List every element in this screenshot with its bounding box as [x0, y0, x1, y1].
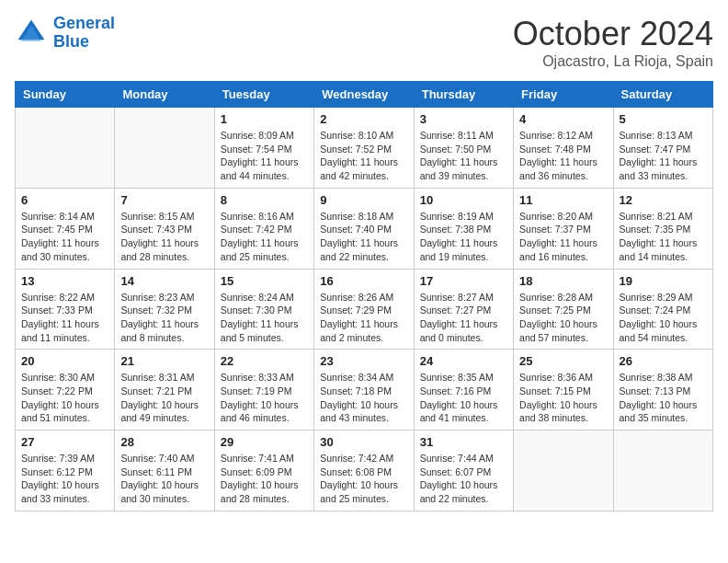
logo-text: General Blue [53, 15, 115, 52]
calendar-cell [115, 108, 214, 189]
calendar-cell: 5Sunrise: 8:13 AMSunset: 7:47 PMDaylight… [613, 108, 712, 189]
day-of-week-header: Monday [115, 82, 214, 108]
day-number: 11 [519, 193, 607, 207]
calendar-cell: 14Sunrise: 8:23 AMSunset: 7:32 PMDayligh… [115, 269, 214, 350]
day-number: 8 [221, 193, 308, 207]
day-info: Sunrise: 8:23 AMSunset: 7:32 PMDaylight:… [120, 291, 208, 345]
calendar-cell: 26Sunrise: 8:38 AMSunset: 7:13 PMDayligh… [613, 350, 712, 431]
day-info: Sunrise: 7:39 AMSunset: 6:12 PMDaylight:… [21, 452, 108, 506]
day-info: Sunrise: 8:09 AMSunset: 7:54 PMDaylight:… [221, 129, 308, 183]
calendar-cell: 10Sunrise: 8:19 AMSunset: 7:38 PMDayligh… [414, 188, 513, 269]
day-info: Sunrise: 8:11 AMSunset: 7:50 PMDaylight:… [420, 129, 507, 183]
day-info: Sunrise: 7:44 AMSunset: 6:07 PMDaylight:… [420, 452, 507, 506]
day-number: 5 [620, 112, 707, 126]
calendar-cell: 9Sunrise: 8:18 AMSunset: 7:40 PMDaylight… [314, 188, 414, 269]
day-info: Sunrise: 7:41 AMSunset: 6:09 PMDaylight:… [221, 452, 308, 506]
day-number: 26 [620, 354, 707, 368]
day-of-week-header: Friday [514, 82, 613, 108]
logo-icon [15, 17, 48, 50]
logo: General Blue [15, 15, 115, 52]
month-title: October 2024 [513, 15, 713, 53]
day-of-week-header: Thursday [414, 82, 513, 108]
day-number: 4 [519, 112, 607, 126]
calendar-cell: 16Sunrise: 8:26 AMSunset: 7:29 PMDayligh… [314, 269, 414, 350]
day-number: 16 [320, 274, 407, 288]
calendar-cell: 22Sunrise: 8:33 AMSunset: 7:19 PMDayligh… [214, 350, 313, 431]
day-number: 3 [420, 112, 507, 126]
calendar-table: SundayMondayTuesdayWednesdayThursdayFrid… [15, 81, 713, 511]
day-info: Sunrise: 8:31 AMSunset: 7:21 PMDaylight:… [120, 371, 208, 425]
day-number: 27 [21, 435, 108, 449]
calendar-cell: 25Sunrise: 8:36 AMSunset: 7:15 PMDayligh… [514, 350, 613, 431]
calendar-cell [613, 431, 712, 511]
day-number: 13 [21, 274, 108, 288]
calendar-cell: 19Sunrise: 8:29 AMSunset: 7:24 PMDayligh… [613, 269, 712, 350]
day-info: Sunrise: 8:34 AMSunset: 7:18 PMDaylight:… [320, 371, 407, 425]
calendar-cell: 28Sunrise: 7:40 AMSunset: 6:11 PMDayligh… [115, 431, 214, 511]
day-info: Sunrise: 8:15 AMSunset: 7:43 PMDaylight:… [120, 210, 208, 264]
day-number: 20 [21, 354, 108, 368]
calendar-cell: 30Sunrise: 7:42 AMSunset: 6:08 PMDayligh… [314, 431, 414, 511]
calendar-cell: 15Sunrise: 8:24 AMSunset: 7:30 PMDayligh… [214, 269, 313, 350]
week-row: 13Sunrise: 8:22 AMSunset: 7:33 PMDayligh… [16, 269, 713, 350]
calendar-cell: 2Sunrise: 8:10 AMSunset: 7:52 PMDaylight… [314, 108, 414, 189]
calendar-cell: 27Sunrise: 7:39 AMSunset: 6:12 PMDayligh… [16, 431, 115, 511]
day-info: Sunrise: 8:38 AMSunset: 7:13 PMDaylight:… [620, 371, 707, 425]
day-info: Sunrise: 8:33 AMSunset: 7:19 PMDaylight:… [221, 371, 308, 425]
day-info: Sunrise: 8:30 AMSunset: 7:22 PMDaylight:… [21, 371, 108, 425]
calendar-cell: 11Sunrise: 8:20 AMSunset: 7:37 PMDayligh… [514, 188, 613, 269]
day-info: Sunrise: 8:14 AMSunset: 7:45 PMDaylight:… [21, 210, 108, 264]
day-info: Sunrise: 8:27 AMSunset: 7:27 PMDaylight:… [420, 291, 507, 345]
calendar-cell [16, 108, 115, 189]
day-number: 6 [21, 193, 108, 207]
day-number: 21 [120, 354, 208, 368]
day-of-week-header: Wednesday [314, 82, 414, 108]
logo-line2: Blue [53, 32, 89, 51]
day-number: 15 [221, 274, 308, 288]
calendar-cell: 23Sunrise: 8:34 AMSunset: 7:18 PMDayligh… [314, 350, 414, 431]
day-number: 17 [420, 274, 507, 288]
day-number: 23 [320, 354, 407, 368]
day-number: 18 [519, 274, 607, 288]
day-number: 9 [320, 193, 407, 207]
calendar-cell: 4Sunrise: 8:12 AMSunset: 7:48 PMDaylight… [514, 108, 613, 189]
calendar-cell: 7Sunrise: 8:15 AMSunset: 7:43 PMDaylight… [115, 188, 214, 269]
day-number: 10 [420, 193, 507, 207]
calendar-cell: 31Sunrise: 7:44 AMSunset: 6:07 PMDayligh… [414, 431, 513, 511]
calendar-cell: 21Sunrise: 8:31 AMSunset: 7:21 PMDayligh… [115, 350, 214, 431]
day-info: Sunrise: 8:18 AMSunset: 7:40 PMDaylight:… [320, 210, 407, 264]
day-of-week-header: Tuesday [214, 82, 313, 108]
day-info: Sunrise: 8:22 AMSunset: 7:33 PMDaylight:… [21, 291, 108, 345]
week-row: 27Sunrise: 7:39 AMSunset: 6:12 PMDayligh… [16, 431, 713, 511]
day-number: 1 [221, 112, 308, 126]
day-info: Sunrise: 8:21 AMSunset: 7:35 PMDaylight:… [620, 210, 707, 264]
day-info: Sunrise: 8:13 AMSunset: 7:47 PMDaylight:… [620, 129, 707, 183]
day-number: 29 [221, 435, 308, 449]
calendar-cell: 17Sunrise: 8:27 AMSunset: 7:27 PMDayligh… [414, 269, 513, 350]
day-info: Sunrise: 8:24 AMSunset: 7:30 PMDaylight:… [221, 291, 308, 345]
calendar-cell [514, 431, 613, 511]
day-number: 22 [221, 354, 308, 368]
calendar-cell: 1Sunrise: 8:09 AMSunset: 7:54 PMDaylight… [214, 108, 313, 189]
calendar-cell: 18Sunrise: 8:28 AMSunset: 7:25 PMDayligh… [514, 269, 613, 350]
day-info: Sunrise: 8:20 AMSunset: 7:37 PMDaylight:… [519, 210, 607, 264]
day-number: 31 [420, 435, 507, 449]
day-info: Sunrise: 7:42 AMSunset: 6:08 PMDaylight:… [320, 452, 407, 506]
calendar-cell: 3Sunrise: 8:11 AMSunset: 7:50 PMDaylight… [414, 108, 513, 189]
calendar-cell: 6Sunrise: 8:14 AMSunset: 7:45 PMDaylight… [16, 188, 115, 269]
day-of-week-header: Saturday [613, 82, 712, 108]
day-info: Sunrise: 8:35 AMSunset: 7:16 PMDaylight:… [420, 371, 507, 425]
calendar-cell: 8Sunrise: 8:16 AMSunset: 7:42 PMDaylight… [214, 188, 313, 269]
week-row: 1Sunrise: 8:09 AMSunset: 7:54 PMDaylight… [16, 108, 713, 189]
page-header: General Blue October 2024 Ojacastro, La … [15, 15, 713, 70]
day-number: 28 [120, 435, 208, 449]
day-number: 7 [120, 193, 208, 207]
week-row: 20Sunrise: 8:30 AMSunset: 7:22 PMDayligh… [16, 350, 713, 431]
logo-line1: General [53, 14, 115, 32]
day-info: Sunrise: 8:10 AMSunset: 7:52 PMDaylight:… [320, 129, 407, 183]
calendar-cell: 24Sunrise: 8:35 AMSunset: 7:16 PMDayligh… [414, 350, 513, 431]
calendar-cell: 13Sunrise: 8:22 AMSunset: 7:33 PMDayligh… [16, 269, 115, 350]
location: Ojacastro, La Rioja, Spain [513, 53, 713, 70]
day-number: 12 [620, 193, 707, 207]
day-number: 14 [120, 274, 208, 288]
